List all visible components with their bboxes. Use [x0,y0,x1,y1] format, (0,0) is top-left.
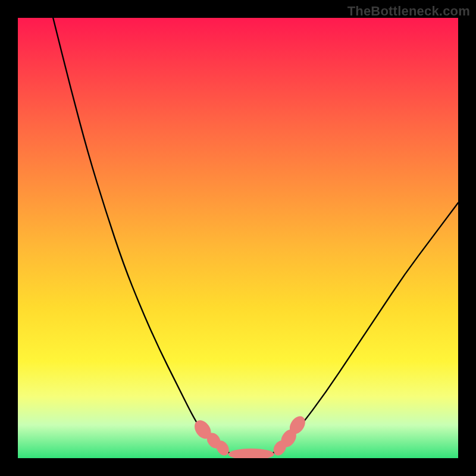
left-curve-path [53,18,229,453]
watermark-text: TheBottleneck.com [347,4,470,19]
curve-layer [18,18,458,458]
marker-layer [191,414,308,458]
right-curve-path [273,203,458,453]
plot-area [18,18,458,458]
outer-frame: TheBottleneck.com [0,0,476,476]
floor-pill [228,449,274,458]
